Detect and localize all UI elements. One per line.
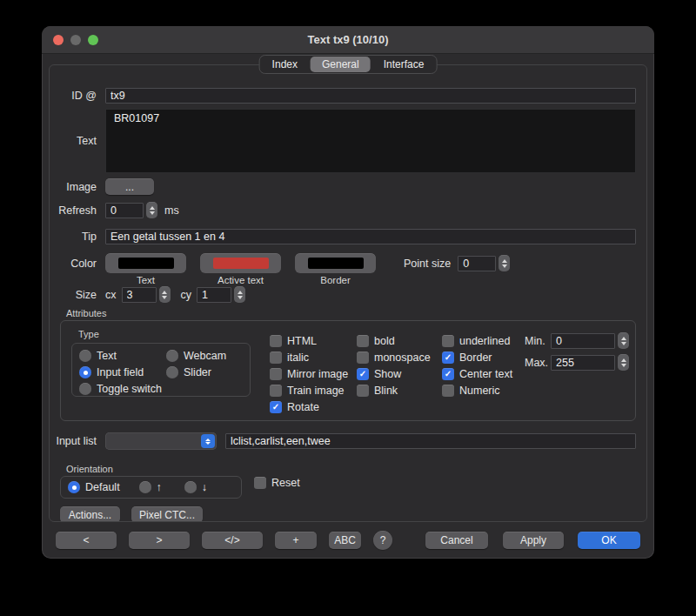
input-list-dropdown[interactable] bbox=[105, 432, 217, 450]
tab-general[interactable]: General bbox=[311, 57, 371, 72]
active-text-color-button[interactable] bbox=[200, 253, 281, 273]
max-label: Max. bbox=[525, 357, 551, 369]
window-title: Text tx9 (10/10) bbox=[42, 33, 654, 46]
radio-orientation-up[interactable]: ↑ bbox=[139, 481, 162, 493]
radio-orientation-default[interactable]: Default bbox=[68, 481, 120, 493]
point-size-stepper[interactable] bbox=[499, 255, 510, 271]
checkbox-icon bbox=[442, 368, 454, 380]
tab-interface[interactable]: Interface bbox=[372, 57, 436, 72]
checkbox-bold[interactable]: bold bbox=[357, 332, 431, 349]
checkbox-monospace[interactable]: monospace bbox=[357, 349, 431, 365]
checkbox-icon bbox=[254, 477, 266, 489]
radio-icon bbox=[166, 350, 178, 362]
tab-index[interactable]: Index bbox=[261, 57, 309, 72]
radio-label: Text bbox=[97, 350, 117, 362]
actions-button-row: Actions... Pixel CTC... bbox=[60, 506, 646, 522]
tab-label: General bbox=[322, 58, 359, 70]
add-button[interactable]: + bbox=[275, 532, 317, 549]
border-color-button[interactable] bbox=[295, 253, 376, 273]
max-stepper[interactable] bbox=[618, 354, 629, 371]
checkbox-reset[interactable]: Reset bbox=[254, 477, 300, 489]
checkbox-italic[interactable]: italic bbox=[270, 349, 348, 365]
checkbox-center-text[interactable]: Center text bbox=[442, 365, 512, 382]
min-input[interactable] bbox=[551, 333, 615, 349]
tab-label: Index bbox=[272, 58, 298, 70]
id-input[interactable] bbox=[105, 88, 636, 104]
min-row: Min. bbox=[525, 332, 629, 349]
cy-label: cy bbox=[181, 289, 192, 301]
radio-orientation-down[interactable]: ↓ bbox=[184, 481, 207, 493]
ok-button[interactable]: OK bbox=[578, 532, 640, 549]
tip-label: Tip bbox=[50, 231, 97, 243]
close-button[interactable] bbox=[53, 35, 64, 45]
radio-type-text[interactable]: Text bbox=[79, 350, 117, 362]
refresh-input[interactable] bbox=[105, 203, 144, 218]
help-button[interactable]: ? bbox=[373, 531, 392, 550]
cy-stepper[interactable] bbox=[234, 286, 245, 303]
checkbox-train-image[interactable]: Train image bbox=[270, 382, 348, 398]
radio-type-webcam[interactable]: Webcam bbox=[166, 350, 226, 362]
cy-input[interactable] bbox=[197, 287, 231, 303]
stepper-down-icon bbox=[238, 296, 243, 299]
chevron-down-icon bbox=[205, 442, 211, 445]
input-list-input[interactable] bbox=[225, 433, 636, 449]
actions-button[interactable]: Actions... bbox=[60, 506, 120, 522]
next-button[interactable]: > bbox=[129, 532, 190, 549]
zoom-button[interactable] bbox=[88, 35, 98, 45]
abc-button[interactable]: ABC bbox=[329, 532, 361, 549]
checkbox-label: bold bbox=[374, 335, 395, 347]
checkbox-label: Rotate bbox=[287, 401, 319, 413]
input-list-row: Input list bbox=[50, 432, 636, 450]
id-label: ID @ bbox=[50, 90, 97, 102]
checkbox-html[interactable]: HTML bbox=[270, 332, 348, 349]
checkbox-rotate[interactable]: Rotate bbox=[270, 398, 348, 415]
prev-button[interactable]: < bbox=[56, 532, 117, 549]
titlebar[interactable]: Text tx9 (10/10) bbox=[42, 26, 654, 54]
checkbox-blink[interactable]: Blink bbox=[357, 382, 431, 398]
checkbox-column-1: HTML italic Mirror image Train image Rot… bbox=[270, 332, 348, 415]
checkbox-icon bbox=[442, 385, 454, 397]
radio-icon bbox=[79, 350, 91, 362]
image-browse-button[interactable]: ... bbox=[105, 178, 154, 195]
checkbox-underlined[interactable]: underlined bbox=[442, 332, 512, 349]
checkbox-icon bbox=[357, 352, 369, 364]
cx-stepper[interactable] bbox=[159, 286, 171, 303]
pixel-ctc-button[interactable]: Pixel CTC... bbox=[131, 506, 203, 522]
radio-type-input-field[interactable]: Input field bbox=[79, 366, 144, 378]
checkbox-column-3: underlined Border Center text Numeric bbox=[442, 332, 512, 398]
max-input[interactable] bbox=[551, 355, 615, 371]
tab-label: Interface bbox=[384, 58, 425, 70]
point-size-label: Point size bbox=[404, 258, 451, 270]
border-color-well bbox=[308, 258, 364, 269]
stepper-down-icon bbox=[621, 364, 626, 367]
radio-type-toggle-switch[interactable]: Toggle switch bbox=[79, 383, 162, 395]
cx-input[interactable] bbox=[122, 287, 157, 303]
stepper-down-icon bbox=[502, 264, 507, 268]
refresh-stepper[interactable] bbox=[146, 202, 157, 218]
up-arrow-label: ↑ bbox=[157, 481, 162, 493]
radio-label: Slider bbox=[184, 366, 211, 378]
checkbox-label: Numeric bbox=[459, 385, 500, 397]
checkbox-icon bbox=[442, 335, 454, 347]
checkbox-label: underlined bbox=[459, 335, 510, 347]
refresh-unit: ms bbox=[164, 204, 179, 217]
radio-label: Webcam bbox=[184, 350, 226, 362]
tip-input[interactable] bbox=[105, 229, 636, 244]
input-list-label: Input list bbox=[50, 435, 97, 447]
checkbox-border[interactable]: Border bbox=[442, 349, 512, 365]
code-button[interactable]: </> bbox=[202, 532, 263, 549]
text-color-button[interactable] bbox=[105, 253, 186, 273]
checkbox-show[interactable]: Show bbox=[357, 365, 431, 382]
radio-type-slider[interactable]: Slider bbox=[166, 366, 211, 378]
stepper-up-icon bbox=[238, 291, 243, 294]
cancel-button[interactable]: Cancel bbox=[425, 532, 488, 549]
text-input[interactable]: BR01097 bbox=[105, 109, 636, 173]
checkbox-label: Mirror image bbox=[287, 368, 348, 380]
point-size-input[interactable] bbox=[458, 256, 496, 271]
min-stepper[interactable] bbox=[618, 332, 629, 349]
apply-button[interactable]: Apply bbox=[503, 532, 564, 549]
checkbox-mirror-image[interactable]: Mirror image bbox=[270, 365, 348, 382]
text-color-well bbox=[118, 258, 174, 269]
checkbox-numeric[interactable]: Numeric bbox=[442, 382, 512, 398]
color-swatches: Text Active text Border bbox=[105, 253, 376, 285]
